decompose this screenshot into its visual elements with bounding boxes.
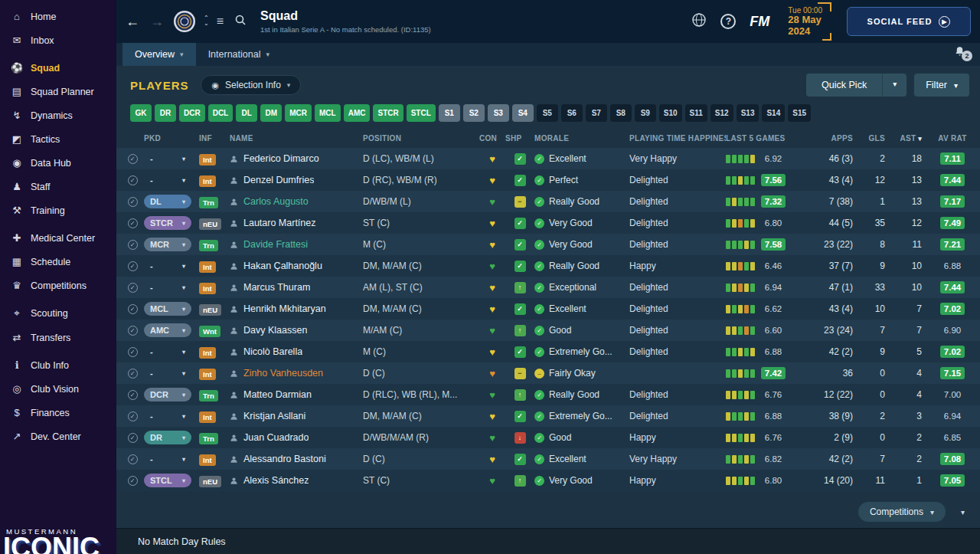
table-row[interactable]: ✓DR▾TrnJuan CuadradoD/WB/M/AM (R)♥↓✓Good…	[116, 427, 980, 448]
position-filter-dcr[interactable]: DCR	[179, 104, 205, 122]
sidebar-item-staff[interactable]: ♟Staff	[0, 175, 116, 198]
notification-bell[interactable]: 2	[954, 46, 972, 61]
pick-position-dropdown[interactable]: -▾	[144, 152, 191, 166]
position-filter-s13[interactable]: S13	[737, 104, 760, 122]
player-name[interactable]: Nicolò Barella	[243, 346, 302, 357]
pick-position-dropdown[interactable]: -▾	[144, 452, 191, 466]
position-filter-s4[interactable]: S4	[512, 104, 534, 122]
world-icon[interactable]	[691, 12, 707, 31]
position-filter-dm[interactable]: DM	[260, 104, 282, 122]
tab-international[interactable]: International▾	[196, 43, 282, 66]
info-badge[interactable]: Trn	[199, 197, 218, 208]
row-checkbox[interactable]: ✓	[128, 326, 138, 336]
back-button[interactable]: ←	[124, 14, 141, 30]
info-badge[interactable]: Int	[199, 283, 216, 294]
table-row[interactable]: ✓STCL▾nEUAlexis SánchezST (C)♥↑✓Very Goo…	[116, 470, 980, 491]
info-badge[interactable]: Wnt	[199, 326, 220, 337]
pick-position-dropdown[interactable]: -▾	[144, 409, 191, 423]
info-badge[interactable]: nEU	[199, 218, 221, 230]
sidebar-item-tactics[interactable]: ◩Tactics	[0, 127, 116, 151]
row-checkbox[interactable]: ✓	[128, 476, 138, 486]
table-row[interactable]: ✓-▾IntZinho VanheusdenD (C)♥−–Fairly Oka…	[116, 362, 980, 384]
row-checkbox[interactable]: ✓	[128, 240, 138, 250]
position-filter-stcl[interactable]: STCL	[407, 104, 436, 122]
row-checkbox[interactable]: ✓	[128, 347, 138, 357]
pick-position-dropdown[interactable]: -▾	[144, 366, 191, 380]
pick-position-dropdown[interactable]: DL▾	[144, 195, 191, 208]
help-icon[interactable]: ?	[720, 14, 736, 29]
player-name[interactable]: Carlos Augusto	[243, 196, 309, 207]
pick-position-dropdown[interactable]: AMC▾	[144, 323, 191, 337]
row-checkbox[interactable]: ✓	[128, 411, 138, 421]
table-row[interactable]: ✓STCR▾nEULautaro MartínezST (C)♥✓✓Very G…	[116, 212, 980, 234]
filter-button[interactable]: Filter ▾	[914, 74, 969, 97]
table-row[interactable]: ✓-▾IntNicolò BarellaM (C)♥✓✓Extremely Go…	[116, 341, 980, 362]
row-checkbox[interactable]: ✓	[128, 433, 138, 443]
player-name[interactable]: Hakan Çalhanoğlu	[243, 261, 322, 271]
position-filter-s5[interactable]: S5	[537, 104, 558, 122]
pick-position-dropdown[interactable]: DCR▾	[144, 388, 191, 402]
row-checkbox[interactable]: ✓	[128, 261, 138, 271]
social-feed-button[interactable]: SOCIAL FEED ▶	[847, 7, 971, 36]
sidebar-item-club-vision[interactable]: ◎Club Vision	[0, 377, 116, 401]
sidebar-item-dynamics[interactable]: ↯Dynamics	[0, 103, 116, 127]
column-header-position[interactable]: POSITION	[363, 134, 479, 143]
search-icon[interactable]	[234, 14, 247, 29]
info-badge[interactable]: Int	[199, 454, 216, 466]
sidebar-item-squad[interactable]: ⚽Squad	[0, 56, 116, 80]
player-name[interactable]: Davy Klaassen	[243, 325, 307, 336]
player-name[interactable]: Davide Frattesi	[243, 239, 308, 250]
row-checkbox[interactable]: ✓	[128, 175, 138, 185]
table-row[interactable]: ✓-▾IntDenzel DumfriesD (RC), WB/M (R)♥✓✓…	[116, 169, 980, 191]
table-row[interactable]: ✓-▾IntKristjan AsllaniDM, M/AM (C)♥✓✓Ext…	[116, 405, 980, 427]
table-row[interactable]: ✓-▾IntAlessandro BastoniD (C)♥✓✓Excellen…	[116, 448, 980, 470]
table-row[interactable]: ✓DL▾TrnCarlos AugustoD/WB/M (L)♥−✓Really…	[116, 191, 980, 212]
info-badge[interactable]: Int	[199, 175, 216, 187]
info-badge[interactable]: Trn	[199, 240, 218, 251]
position-filter-s8[interactable]: S8	[610, 104, 632, 122]
player-name[interactable]: Denzel Dumfries	[243, 175, 314, 185]
row-checkbox[interactable]: ✓	[128, 218, 138, 228]
position-filter-s11[interactable]: S11	[685, 104, 707, 122]
column-header-pkd[interactable]: PKD	[144, 134, 199, 143]
pick-position-dropdown[interactable]: -▾	[144, 173, 191, 187]
position-filter-stcr[interactable]: STCR	[373, 104, 403, 122]
position-filter-s10[interactable]: S10	[659, 104, 682, 122]
panel-collapse-chevron[interactable]: ▾	[958, 505, 968, 520]
sidebar-item-scouting[interactable]: ⌖Scouting	[0, 301, 116, 326]
sidebar-item-data-hub[interactable]: ◉Data Hub	[0, 151, 116, 175]
pick-position-dropdown[interactable]: -▾	[144, 345, 191, 359]
position-filter-dr[interactable]: DR	[155, 104, 176, 122]
pick-position-dropdown[interactable]: -▾	[144, 280, 191, 294]
sidebar-item-medical-center[interactable]: ✚Medical Center	[0, 226, 116, 250]
row-checkbox[interactable]: ✓	[128, 283, 138, 293]
sidebar-item-training[interactable]: ⚒Training	[0, 198, 116, 222]
info-badge[interactable]: Int	[199, 347, 216, 359]
player-name[interactable]: Zinho Vanheusden	[243, 368, 323, 379]
row-checkbox[interactable]: ✓	[128, 390, 138, 400]
column-header-pth[interactable]: PLAYING TIME HAPPINESS	[629, 134, 726, 143]
pick-position-dropdown[interactable]: MCR▾	[144, 238, 191, 251]
position-filter-s14[interactable]: S14	[762, 104, 785, 122]
player-name[interactable]: Federico Dimarco	[243, 153, 319, 164]
position-filter-mcr[interactable]: MCR	[285, 104, 312, 122]
position-filter-s3[interactable]: S3	[488, 104, 509, 122]
player-name[interactable]: Alessandro Bastoni	[243, 454, 326, 464]
pick-position-dropdown[interactable]: STCR▾	[144, 216, 191, 230]
club-switcher[interactable]: ⌃⌄	[204, 16, 209, 27]
info-badge[interactable]: Trn	[199, 433, 218, 444]
player-name[interactable]: Juan Cuadrado	[243, 432, 309, 443]
table-row[interactable]: ✓-▾IntFederico DimarcoD (LC), WB/M (L)♥✓…	[116, 148, 980, 169]
player-name[interactable]: Matteo Darmian	[243, 389, 312, 400]
selection-info-dropdown[interactable]: ◉ Selection Info ▾	[201, 75, 301, 95]
club-badge[interactable]	[173, 10, 196, 33]
position-filter-s7[interactable]: S7	[586, 104, 607, 122]
row-checkbox[interactable]: ✓	[128, 304, 138, 314]
table-row[interactable]: ✓AMC▾WntDavy KlaassenM/AM (C)♥↑✓GoodDeli…	[116, 320, 980, 341]
column-header-gls[interactable]: GLS	[861, 134, 890, 143]
info-badge[interactable]: Int	[199, 261, 216, 273]
info-badge[interactable]: Int	[199, 154, 216, 166]
forward-button[interactable]: →	[149, 14, 165, 30]
table-row[interactable]: ✓DCR▾TrnMatteo DarmianD (RLC), WB (RL), …	[116, 384, 980, 405]
table-row[interactable]: ✓MCL▾nEUHenrikh MkhitaryanDM, M/AM (C)♥✓…	[116, 298, 980, 320]
